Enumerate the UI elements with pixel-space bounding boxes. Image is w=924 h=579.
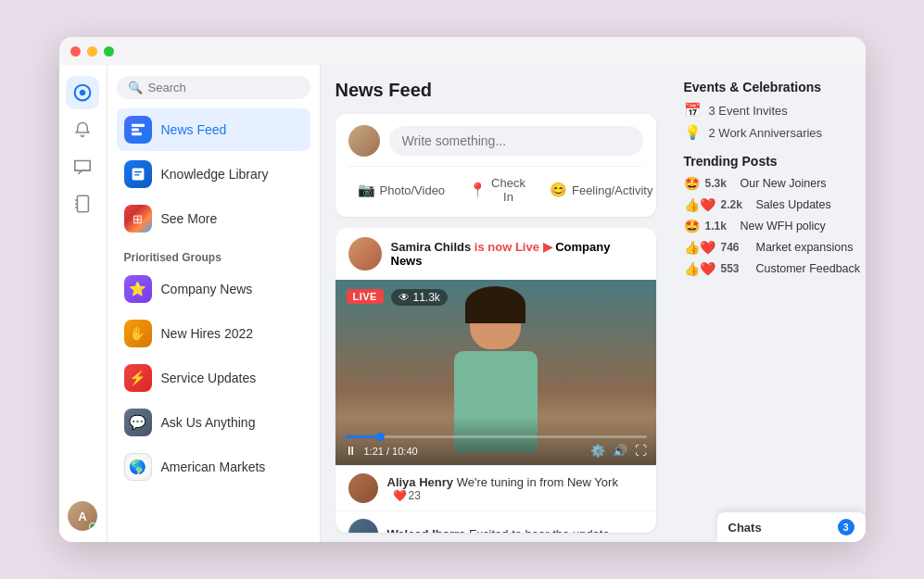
comment-user-2: Waleed Ibarra	[387, 527, 466, 534]
trend-count-1: 5.3k	[705, 177, 735, 190]
person-head	[470, 294, 521, 349]
sidebar-news-feed-label: News Feed	[161, 122, 227, 137]
sidebar-item-company-news[interactable]: ⭐ Company News	[117, 268, 310, 310]
comment-text-1: Aliya Henry We're tuning in from New Yor…	[387, 475, 618, 502]
fullscreen-button[interactable]: ⛶	[635, 444, 647, 458]
trending-item-5[interactable]: 👍❤️ 553 Customer Feedback	[684, 261, 866, 276]
knowledge-icon	[124, 160, 152, 188]
feeling-icon: 😊	[550, 182, 567, 198]
events-title: Events & Celebrations	[684, 80, 866, 94]
video-player[interactable]: LIVE 👁 11.3k ⏸	[335, 280, 656, 465]
trending-section: Trending Posts 🤩 5.3k Our New Joiners 👍❤…	[684, 154, 866, 276]
see-more-icon: ⊞	[124, 205, 152, 233]
photo-btn-label: Photo/Video	[380, 183, 446, 197]
post-composer: 📷 Photo/Video 📍 Check In 😊 Feeling/Activ…	[335, 114, 656, 217]
maximize-button[interactable]	[104, 46, 114, 57]
ask-us-icon: 💬	[124, 409, 152, 436]
sidebar-item-service-updates[interactable]: ⚡ Service Updates	[117, 357, 310, 399]
message-icon[interactable]	[66, 150, 99, 183]
work-anniversaries[interactable]: 💡 2 Work Anniversaries	[684, 124, 866, 141]
sidebar-item-american-markets[interactable]: 🌎 American Markets	[117, 446, 310, 488]
aliya-avatar	[348, 473, 378, 503]
svg-rect-6	[134, 171, 142, 173]
live-post-header: Samira Childs is now Live ▶ Company News	[335, 228, 656, 280]
sidebar: 🔍 News Feed	[108, 65, 321, 542]
poster-avatar	[348, 125, 380, 157]
chats-label: Chats	[728, 521, 762, 535]
news-feed-icon	[124, 116, 152, 144]
sidebar-item-knowledge-library[interactable]: Knowledge Library	[117, 153, 310, 195]
sidebar-item-see-more[interactable]: ⊞ See More	[117, 197, 310, 240]
svg-rect-2	[132, 124, 145, 127]
post-actions: 📷 Photo/Video 📍 Check In 😊 Feeling/Activ…	[348, 166, 643, 209]
comment-row-2: Waleed Ibarra Excited to hear the update	[335, 510, 656, 533]
user-avatar[interactable]: A	[68, 501, 97, 531]
ask-us-label: Ask Us Anything	[161, 415, 256, 430]
video-controls: ⏸ 1:21 / 10:40 ⚙️ 🔊 ⛶	[335, 417, 656, 465]
svg-rect-1	[77, 195, 88, 212]
trending-item-3[interactable]: 🤩 1.1k New WFH policy	[684, 219, 866, 233]
svg-rect-4	[132, 132, 142, 135]
video-time: 1:21 / 10:40	[364, 446, 418, 457]
chats-count: 3	[838, 519, 854, 535]
trend-count-2: 2.2k	[721, 198, 751, 211]
search-icon: 🔍	[128, 81, 143, 94]
sidebar-item-new-hires[interactable]: ✋ New Hires 2022	[117, 312, 310, 355]
trend-label-4: Market expansions	[756, 241, 854, 254]
company-news-icon: ⭐	[124, 275, 152, 303]
page-title: News Feed	[335, 80, 656, 101]
home-icon[interactable]	[66, 76, 99, 109]
post-input[interactable]	[389, 126, 643, 156]
photo-icon: 📷	[358, 182, 375, 198]
view-count-value: 11.3k	[413, 291, 440, 304]
trend-count-3: 1.1k	[705, 220, 735, 233]
person-hair	[465, 286, 525, 323]
waleed-avatar	[348, 519, 378, 533]
anniversary-icon: 💡	[684, 124, 702, 141]
live-post-card: Samira Childs is now Live ▶ Company News	[335, 228, 656, 533]
sidebar-knowledge-label: Knowledge Library	[161, 167, 269, 182]
samira-avatar	[348, 237, 382, 271]
checkin-icon: 📍	[469, 182, 487, 198]
new-hires-icon: ✋	[124, 320, 152, 347]
search-input[interactable]	[148, 81, 299, 94]
main-feed: News Feed 📷 Photo/Video 📍	[321, 65, 671, 542]
sidebar-item-news-feed[interactable]: News Feed	[117, 108, 310, 151]
new-hires-label: New Hires 2022	[161, 326, 254, 341]
checkin-btn-label: Check In	[491, 176, 525, 204]
trending-item-2[interactable]: 👍❤️ 2.2k Sales Updates	[684, 197, 866, 212]
volume-button[interactable]: 🔊	[613, 444, 627, 458]
photo-video-button[interactable]: 📷 Photo/Video	[348, 170, 455, 209]
trend-label-2: Sales Updates	[756, 198, 831, 211]
icon-rail: A	[59, 65, 108, 542]
close-button[interactable]	[70, 46, 81, 57]
notebook-icon[interactable]	[66, 187, 99, 220]
calendar-icon: 📅	[684, 102, 702, 119]
bell-icon[interactable]	[66, 113, 99, 146]
settings-button[interactable]: ⚙️	[590, 444, 605, 458]
heart-icon: ❤️	[393, 489, 407, 502]
minimize-button[interactable]	[87, 46, 97, 57]
trending-item-4[interactable]: 👍❤️ 746 Market expansions	[684, 240, 866, 255]
trending-item-1[interactable]: 🤩 5.3k Our New Joiners	[684, 176, 866, 191]
american-markets-icon: 🌎	[124, 453, 152, 481]
sidebar-item-ask-us-anything[interactable]: 💬 Ask Us Anything	[117, 401, 310, 444]
progress-bar[interactable]	[345, 435, 647, 438]
trend-count-5: 553	[721, 262, 751, 275]
trending-title: Trending Posts	[684, 154, 866, 169]
trend-reaction-3: 🤩	[684, 219, 700, 233]
comment-text-2: Waleed Ibarra Excited to hear the update	[387, 527, 610, 534]
chats-bar[interactable]: Chats 3	[717, 512, 866, 542]
post-username: Samira Childs	[391, 240, 472, 254]
comment-user-1: Aliya Henry	[387, 475, 454, 489]
search-bar[interactable]: 🔍	[117, 76, 310, 99]
post-user-info: Samira Childs is now Live ▶ Company News	[391, 240, 643, 268]
trend-label-5: Customer Feedback	[756, 262, 861, 275]
live-badge: LIVE	[347, 289, 384, 304]
event-invites[interactable]: 📅 3 Event Invites	[684, 102, 866, 119]
service-updates-icon: ⚡	[124, 364, 152, 392]
svg-rect-3	[132, 128, 139, 131]
play-pause-button[interactable]: ⏸	[345, 444, 357, 458]
check-in-button[interactable]: 📍 Check In	[460, 170, 535, 209]
feeling-button[interactable]: 😊 Feeling/Activity	[540, 170, 662, 209]
